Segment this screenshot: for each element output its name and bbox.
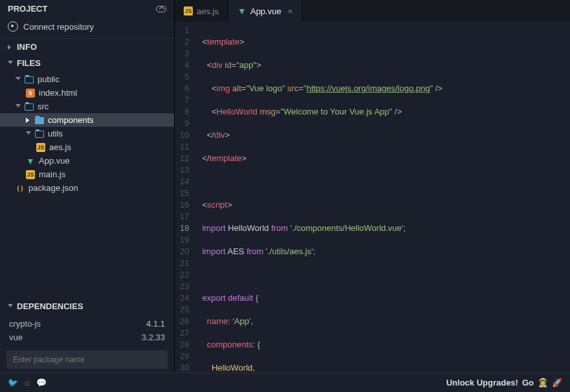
folder-icon bbox=[35, 131, 44, 138]
package-input[interactable] bbox=[6, 351, 168, 369]
chevron-down-icon bbox=[16, 77, 21, 82]
dep-crypto-js[interactable]: crypto-js4.1.1 bbox=[0, 317, 174, 331]
chevron-down-icon bbox=[16, 104, 21, 109]
tab-bar: JSaes.js ▼App.vue× bbox=[175, 0, 570, 22]
js-icon: JS bbox=[36, 143, 45, 152]
section-deps[interactable]: DEPENDENCIES bbox=[0, 298, 174, 314]
bottom-bar: 🐦 ⌂ 💬 Unlock Upgrades! Go 👨‍🚀 🚀 bbox=[0, 373, 570, 392]
dependency-list: crypto-js4.1.1 vue3.2.33 bbox=[0, 314, 174, 347]
chevron-down-icon bbox=[26, 131, 31, 136]
connect-label: Connect repository bbox=[23, 22, 94, 32]
folder-public[interactable]: public bbox=[0, 72, 174, 86]
chevron-right-icon bbox=[26, 118, 31, 123]
vue-icon: ▼ bbox=[26, 157, 35, 166]
chevron-down-icon bbox=[8, 61, 13, 66]
cloud-upload-icon[interactable] bbox=[156, 6, 166, 12]
rocket-icon: 🚀 bbox=[552, 378, 562, 387]
vue-icon: ▼ bbox=[237, 6, 247, 16]
dep-vue[interactable]: vue3.2.33 bbox=[0, 331, 174, 344]
js-icon: JS bbox=[26, 170, 35, 179]
editor: JSaes.js ▼App.vue× 123456789101112131415… bbox=[175, 0, 570, 373]
tab-app-vue[interactable]: ▼App.vue× bbox=[228, 0, 302, 22]
section-files[interactable]: FILES bbox=[0, 55, 174, 71]
folder-src[interactable]: src bbox=[0, 100, 174, 113]
code-area[interactable]: 1234567891011121314151617181920212223242… bbox=[175, 22, 570, 373]
code-content[interactable]: <template> <div id="app"> <img alt="Vue … bbox=[198, 22, 570, 373]
html-icon: 5 bbox=[26, 89, 35, 98]
github-icon bbox=[8, 21, 18, 32]
section-info[interactable]: INFO bbox=[0, 39, 174, 55]
line-gutter: 1234567891011121314151617181920212223242… bbox=[175, 22, 198, 373]
upgrade-prompt[interactable]: Unlock Upgrades! Go 👨‍🚀 🚀 bbox=[446, 378, 562, 387]
tab-aes-js[interactable]: JSaes.js bbox=[175, 0, 228, 22]
file-main-js[interactable]: JSmain.js bbox=[0, 168, 174, 181]
file-index-html[interactable]: 5index.html bbox=[0, 86, 174, 100]
connect-repo[interactable]: Connect repository bbox=[0, 17, 174, 39]
close-icon[interactable]: × bbox=[288, 6, 293, 16]
project-title: PROJECT bbox=[8, 4, 47, 14]
chevron-right-icon bbox=[8, 45, 13, 50]
chat-icon[interactable]: 💬 bbox=[36, 378, 47, 387]
file-aes-js[interactable]: JSaes.js bbox=[0, 140, 174, 154]
chevron-down-icon bbox=[8, 304, 13, 309]
js-icon: JS bbox=[184, 6, 193, 16]
folder-utils[interactable]: utils bbox=[0, 127, 174, 140]
folder-icon bbox=[25, 103, 34, 111]
github-icon[interactable]: ⌂ bbox=[25, 378, 30, 387]
json-icon: { } bbox=[16, 184, 25, 193]
project-header: PROJECT bbox=[0, 0, 174, 17]
folder-icon bbox=[35, 117, 44, 124]
twitter-icon[interactable]: 🐦 bbox=[8, 378, 18, 387]
folder-icon bbox=[25, 76, 34, 83]
file-package-json[interactable]: { }package.json bbox=[0, 181, 174, 195]
file-tree: public 5index.html src components utils … bbox=[0, 71, 174, 298]
sidebar: PROJECT Connect repository INFO FILES pu… bbox=[0, 0, 175, 373]
social-icons: 🐦 ⌂ 💬 bbox=[8, 378, 47, 387]
folder-components[interactable]: components bbox=[0, 113, 174, 127]
astronaut-icon: 👨‍🚀 bbox=[538, 378, 548, 387]
file-app-vue[interactable]: ▼App.vue bbox=[0, 154, 174, 168]
